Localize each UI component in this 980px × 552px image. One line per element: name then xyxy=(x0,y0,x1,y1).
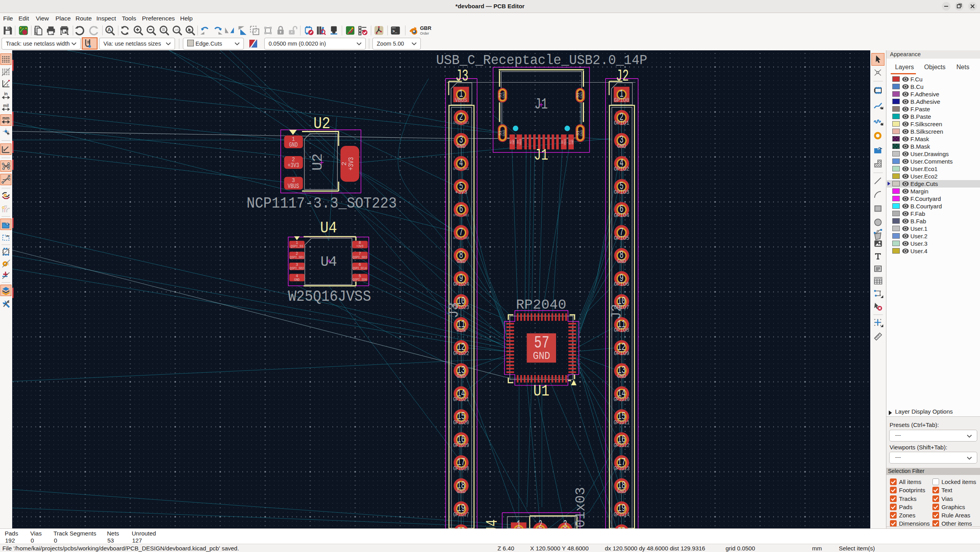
svg-text:GPIO9: GPIO9 xyxy=(614,350,629,357)
svg-text:in: in xyxy=(4,92,8,96)
svg-text:GND: GND xyxy=(457,143,466,150)
svg-text:GPIO13: GPIO13 xyxy=(614,466,630,472)
svg-text:J2: J2 xyxy=(609,304,625,320)
svg-text:GPIO4: GPIO4 xyxy=(614,212,629,219)
svg-text:GPIO24: GPIO24 xyxy=(453,281,469,288)
svg-text:J4: J4 xyxy=(484,519,501,528)
svg-text:QSPI_SD2: QSPI_SD2 xyxy=(290,266,304,270)
svg-text:J3: J3 xyxy=(446,302,462,318)
svg-text:mil: mil xyxy=(3,103,9,108)
svg-text:QSPI_SCLK: QSPI_SCLK xyxy=(353,266,367,270)
svg-text:S1: S1 xyxy=(576,131,580,136)
svg-text:J2: J2 xyxy=(616,67,629,86)
svg-text:GND: GND xyxy=(617,143,626,150)
svg-text:GPIO22: GPIO22 xyxy=(453,350,469,357)
svg-text:GPIO10: GPIO10 xyxy=(614,396,630,403)
svg-text:GPIO1: GPIO1 xyxy=(614,120,629,127)
svg-text:GND: GND xyxy=(502,130,506,136)
svg-text:GND: GND xyxy=(571,140,574,145)
svg-text:GPIO8: GPIO8 xyxy=(614,327,629,334)
svg-text:+3V3: +3V3 xyxy=(356,244,363,248)
svg-text:U1: U1 xyxy=(533,383,549,400)
svg-text:r: r xyxy=(4,80,5,84)
svg-text:GPIO11: GPIO11 xyxy=(614,420,630,426)
svg-text:3: 3 xyxy=(563,518,567,528)
svg-text:A: A xyxy=(107,27,111,33)
svg-text:U2: U2 xyxy=(313,114,330,133)
svg-text:GND: GND xyxy=(617,258,626,265)
svg-text:GPIO29_ADC3: GPIO29_ADC3 xyxy=(453,121,469,125)
svg-text:2: 2 xyxy=(538,518,542,528)
svg-text:GPIO12: GPIO12 xyxy=(614,442,630,449)
svg-text:GND: GND xyxy=(457,373,466,380)
svg-text:GPIO2: GPIO2 xyxy=(614,166,629,173)
svg-text:GPIO3: GPIO3 xyxy=(614,189,629,196)
svg-text:GND: GND xyxy=(294,278,300,282)
svg-text:>_: >_ xyxy=(392,29,398,34)
svg-text:GND: GND xyxy=(617,488,626,495)
svg-text:VBUS: VBUS xyxy=(455,97,467,104)
svg-text:GPIO17: GPIO17 xyxy=(453,512,469,518)
svg-text:GND: GND xyxy=(617,373,626,380)
svg-text:GND: GND xyxy=(289,142,298,149)
svg-text:USB_C_Receptacle_USB2.0_14P: USB_C_Receptacle_USB2.0_14P xyxy=(436,53,647,68)
svg-text:U4: U4 xyxy=(320,219,337,237)
svg-text:GND: GND xyxy=(457,258,466,265)
svg-text:VBUS: VBUS xyxy=(519,139,522,145)
svg-text:01x03: 01x03 xyxy=(573,487,589,528)
svg-text:θ: θ xyxy=(7,83,8,87)
svg-text:NCP1117-3.3_SOT223: NCP1117-3.3_SOT223 xyxy=(247,195,397,212)
svg-text:GPIO21: GPIO21 xyxy=(453,396,469,403)
svg-text:GND: GND xyxy=(502,92,506,98)
svg-text:U4: U4 xyxy=(321,254,337,270)
svg-text:J1: J1 xyxy=(534,147,548,164)
svg-text:QSPI_SD3: QSPI_SD3 xyxy=(353,255,367,259)
svg-text:GPIO28_ADC2: GPIO28_ADC2 xyxy=(453,167,469,171)
svg-text:+3V3: +3V3 xyxy=(288,162,299,169)
svg-text:GPIO20: GPIO20 xyxy=(453,420,469,426)
svg-text:VBUS: VBUS xyxy=(564,139,567,145)
svg-text:mm: mm xyxy=(2,116,9,120)
svg-text:VBUS: VBUS xyxy=(288,183,299,190)
svg-text:GND: GND xyxy=(580,92,584,98)
svg-text:S1: S1 xyxy=(498,92,503,98)
svg-text:QSPI_SS: QSPI_SS xyxy=(291,244,303,248)
svg-text:20: 20 xyxy=(457,525,465,528)
svg-text:S1: S1 xyxy=(576,92,580,98)
svg-text:RUN: RUN xyxy=(457,327,466,334)
svg-text:1: 1 xyxy=(517,518,521,528)
svg-text:GPIO27_ADC1: GPIO27_ADC1 xyxy=(453,213,469,217)
svg-text:QSPI_SD0: QSPI_SD0 xyxy=(353,278,367,282)
svg-text:GPIO19: GPIO19 xyxy=(453,442,469,449)
svg-text:S1: S1 xyxy=(498,131,503,136)
svg-text:GND: GND xyxy=(533,350,550,362)
svg-text:+3V3: +3V3 xyxy=(347,157,355,171)
svg-text:+3V3: +3V3 xyxy=(455,189,467,196)
svg-text:GND: GND xyxy=(457,488,466,495)
svg-text:GPIO0: GPIO0 xyxy=(614,97,629,104)
svg-text:QSPI_SD1: QSPI_SD1 xyxy=(290,255,304,259)
svg-text:20: 20 xyxy=(617,525,626,528)
svg-text:GPIO14: GPIO14 xyxy=(614,512,630,518)
svg-text:GPIO18: GPIO18 xyxy=(453,466,469,472)
svg-text:GPIO26_ADC0: GPIO26_ADC0 xyxy=(453,236,469,240)
svg-text:J3: J3 xyxy=(455,67,468,86)
svg-text:U2: U2 xyxy=(310,153,326,171)
svg-text:GPIO5: GPIO5 xyxy=(614,235,629,242)
svg-text:GPIO6: GPIO6 xyxy=(614,281,629,288)
svg-text:W25Q16JVSS: W25Q16JVSS xyxy=(288,288,371,305)
svg-text:GND: GND xyxy=(512,140,515,145)
svg-text:GND: GND xyxy=(580,130,584,136)
